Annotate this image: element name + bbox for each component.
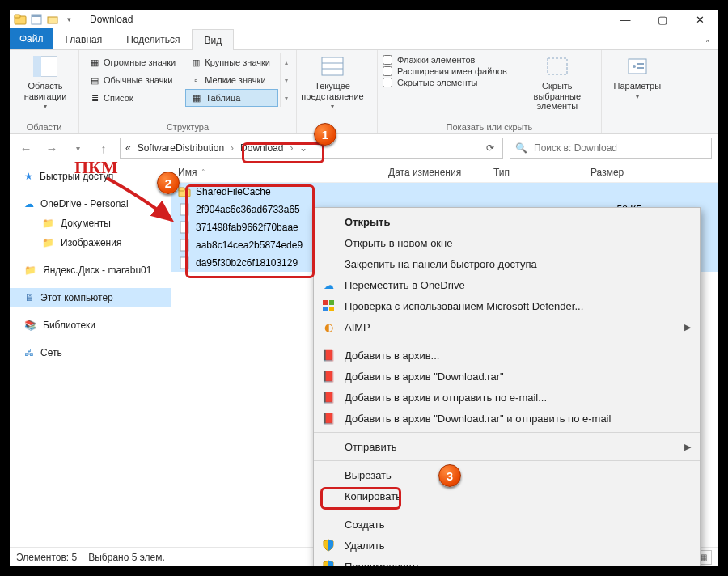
sidebar-pics[interactable]: 📁 Изображения bbox=[10, 233, 171, 252]
ctx-rename[interactable]: Переименовать bbox=[314, 556, 700, 566]
layout-large[interactable]: ▥Крупные значки bbox=[185, 53, 278, 71]
ctx-delete[interactable]: Удалить bbox=[314, 535, 700, 556]
ctx-defender-scan[interactable]: Проверка с использованием Microsoft Defe… bbox=[314, 295, 700, 316]
search-box[interactable]: 🔍 bbox=[510, 138, 712, 159]
list-icon: ≣ bbox=[89, 92, 100, 104]
layout-huge[interactable]: ▦Огромные значки bbox=[84, 53, 184, 71]
col-size[interactable]: Размер bbox=[584, 167, 649, 178]
col-name[interactable]: Имя˄ bbox=[171, 167, 382, 178]
chevron-right-icon: ▶ bbox=[684, 322, 691, 332]
layout-normal[interactable]: ▤Обычные значки bbox=[84, 71, 184, 89]
nav-pane-icon bbox=[32, 53, 58, 79]
column-headers[interactable]: Имя˄ Дата изменения Тип Размер bbox=[171, 162, 718, 183]
chevron-right-icon[interactable]: › bbox=[231, 142, 234, 154]
crumb-softwaredistribution[interactable]: SoftwareDistribution bbox=[134, 141, 227, 155]
current-view-button[interactable]: Текущее представление ▾ bbox=[302, 53, 363, 110]
folder-icon bbox=[178, 185, 191, 198]
tab-share[interactable]: Поделиться bbox=[114, 28, 192, 49]
chk-hidden[interactable]: Скрытые элементы bbox=[383, 78, 507, 87]
ctx-new-shortcut[interactable]: Создать bbox=[314, 514, 700, 535]
crumb-download[interactable]: Download bbox=[237, 141, 286, 155]
nav-pane-button[interactable]: Область навигации ▾ bbox=[15, 53, 76, 110]
large-icon: ▥ bbox=[190, 57, 201, 68]
shield-icon bbox=[320, 558, 336, 566]
search-input[interactable] bbox=[532, 142, 706, 155]
folder-icon: 📁 bbox=[42, 218, 54, 229]
ribbon-group-panes: Области bbox=[15, 121, 74, 132]
ribbon-view: Область навигации ▾ Области ▦Огромные зн… bbox=[10, 50, 718, 134]
ctx-move-onedrive[interactable]: ☁Переместить в OneDrive bbox=[314, 274, 700, 295]
pc-icon: 🖥 bbox=[24, 292, 34, 303]
tab-view[interactable]: Вид bbox=[192, 29, 234, 50]
svg-rect-7 bbox=[322, 57, 343, 75]
minimize-button[interactable]: — bbox=[607, 10, 644, 29]
chevron-right-icon[interactable]: › bbox=[290, 142, 293, 154]
svg-rect-10 bbox=[548, 58, 567, 74]
layout-list[interactable]: ≣Список bbox=[84, 89, 184, 107]
qat-properties-icon[interactable] bbox=[29, 12, 44, 27]
titlebar: ▾ Download — ▢ ✕ bbox=[10, 10, 718, 29]
address-bar[interactable]: « SoftwareDistribution › Download › ⌄ ⟳ bbox=[120, 138, 503, 159]
ctx-download-rar-email[interactable]: 📕Добавить в архив "Download.rar" и отпра… bbox=[314, 408, 700, 429]
back-button[interactable]: ← bbox=[16, 138, 36, 158]
aimp-icon: ◐ bbox=[320, 319, 336, 335]
file-name: SharedFileCache bbox=[196, 186, 271, 197]
refresh-icon[interactable]: ⟳ bbox=[483, 142, 497, 154]
sidebar-yandex-disk[interactable]: 📁 Яндекс.Диск - marabu01 bbox=[10, 260, 171, 280]
addr-history-icon[interactable]: ⌄ bbox=[296, 142, 311, 154]
recent-dropdown[interactable]: ▾ bbox=[68, 138, 87, 158]
winrar-icon: 📕 bbox=[320, 410, 336, 426]
sidebar-docs[interactable]: 📁 Документы bbox=[10, 214, 171, 233]
ctx-copy[interactable]: Копировать bbox=[314, 485, 700, 506]
file-name: da95f30b2c6f18103129 bbox=[196, 257, 298, 269]
hide-selected-button[interactable]: Скрыть выбранные элементы bbox=[518, 53, 596, 112]
svg-rect-22 bbox=[329, 300, 334, 305]
sidebar-this-pc[interactable]: 🖥 Этот компьютер bbox=[10, 288, 171, 307]
chevron-right-icon: ▶ bbox=[684, 442, 691, 452]
ctx-add-download-rar[interactable]: 📕Добавить в архив "Download.rar" bbox=[314, 366, 700, 387]
close-button[interactable]: ✕ bbox=[681, 10, 718, 29]
maximize-button[interactable]: ▢ bbox=[644, 10, 681, 29]
options-button[interactable]: Параметры ▾ bbox=[607, 53, 668, 100]
chk-extensions[interactable]: Расширения имен файлов bbox=[383, 66, 507, 76]
nav-tree[interactable]: ★ Быстрый доступ ☁ OneDrive - Personal 📁… bbox=[10, 162, 171, 547]
ctx-add-archive[interactable]: 📕Добавить в архив... bbox=[314, 345, 700, 366]
ribbon-tabs: Файл Главная Поделиться Вид ˄ bbox=[10, 29, 718, 50]
svg-rect-11 bbox=[629, 59, 646, 74]
ribbon-collapse-icon[interactable]: ˄ bbox=[705, 39, 710, 49]
ctx-pin-quick[interactable]: Закрепить на панели быстрого доступа bbox=[314, 253, 700, 274]
status-count: Элементов: 5 bbox=[16, 552, 77, 563]
qat-new-folder-icon[interactable] bbox=[45, 12, 60, 27]
sidebar-quick-access[interactable]: ★ Быстрый доступ bbox=[10, 167, 171, 186]
layout-small[interactable]: ▫Мелкие значки bbox=[185, 71, 278, 89]
chk-flags[interactable]: Флажки элементов bbox=[383, 55, 507, 65]
file-icon bbox=[178, 256, 191, 269]
ctx-cut[interactable]: Вырезать bbox=[314, 464, 700, 485]
tab-file[interactable]: Файл bbox=[10, 28, 53, 49]
up-button[interactable]: ↑ bbox=[94, 138, 113, 158]
ctx-open-new-window[interactable]: Открыть в новом окне bbox=[314, 232, 700, 253]
col-type[interactable]: Тип bbox=[487, 167, 584, 178]
ctx-aimp[interactable]: ◐AIMP▶ bbox=[314, 316, 700, 337]
svg-point-12 bbox=[633, 65, 636, 68]
sidebar-libraries[interactable]: 📚 Библиотеки bbox=[10, 316, 171, 335]
sidebar-network[interactable]: 🖧 Сеть bbox=[10, 343, 171, 362]
hide-selected-icon bbox=[544, 53, 570, 79]
ctx-archive-email[interactable]: 📕Добавить в архив и отправить по e-mail.… bbox=[314, 387, 700, 408]
file-icon bbox=[178, 239, 191, 252]
svg-rect-4 bbox=[48, 17, 57, 23]
layout-scroll[interactable]: ▴▾▾ bbox=[280, 53, 291, 107]
table-row[interactable]: SharedFileCache bbox=[171, 183, 718, 201]
tab-home[interactable]: Главная bbox=[53, 28, 115, 49]
layout-table[interactable]: ▦Таблица bbox=[185, 89, 278, 107]
file-name: aab8c14cea2b5874ede9 bbox=[196, 239, 303, 251]
sidebar-onedrive[interactable]: ☁ OneDrive - Personal bbox=[10, 194, 171, 214]
qat-dropdown-icon[interactable]: ▾ bbox=[61, 12, 76, 27]
winrar-icon: 📕 bbox=[320, 368, 336, 384]
forward-button[interactable]: → bbox=[42, 138, 61, 158]
ctx-send-to[interactable]: Отправить▶ bbox=[314, 436, 700, 457]
ctx-open[interactable]: Открыть bbox=[314, 211, 700, 232]
col-date[interactable]: Дата изменения bbox=[382, 167, 487, 178]
svg-rect-16 bbox=[179, 188, 184, 191]
svg-rect-14 bbox=[637, 67, 644, 69]
